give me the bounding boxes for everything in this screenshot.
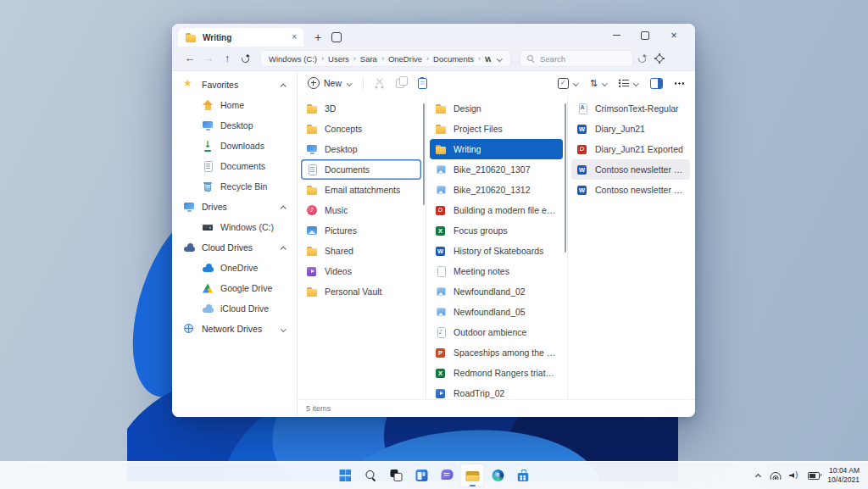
sidebar-item-documents[interactable]: Documents <box>172 156 297 176</box>
cut-icon[interactable] <box>374 78 385 89</box>
sidebar-item-onedrive[interactable]: OneDrive <box>172 258 297 278</box>
scrollbar[interactable] <box>565 103 567 253</box>
up-button[interactable]: ↑ <box>218 53 236 64</box>
battery-icon[interactable] <box>808 472 820 480</box>
file-item-meeting-notes[interactable]: Meeting notes <box>430 261 563 281</box>
new-tab-button[interactable]: + <box>309 28 327 47</box>
taskbar-search-button[interactable] <box>359 464 382 486</box>
file-item-label: Newfoundland_02 <box>453 286 526 297</box>
file-item-3d[interactable]: 3D <box>301 98 421 119</box>
sidebar-group-favorites[interactable]: Favorites <box>172 75 297 95</box>
file-item-pictures[interactable]: Pictures <box>301 220 421 241</box>
file-item-shared[interactable]: Shared <box>301 241 421 261</box>
word-icon <box>576 164 588 175</box>
search-input[interactable]: Search <box>520 50 633 67</box>
chevron-down-icon[interactable] <box>496 55 503 62</box>
sidebar-item-recycle-bin[interactable]: Recycle Bin <box>172 176 297 197</box>
file-item-desktop[interactable]: Desktop <box>301 139 421 159</box>
back-button[interactable]: ← <box>181 53 199 64</box>
file-item-music[interactable]: Music <box>301 200 421 220</box>
file-item-label: Pictures <box>325 225 357 236</box>
file-item-label: Bike_210620_1307 <box>453 164 531 175</box>
breadcrumb-item-onedrive[interactable]: OneDrive <box>388 54 422 64</box>
file-item-roadtrip-02[interactable]: RoadTrip_02 <box>430 383 563 403</box>
select-button[interactable]: ✓ <box>558 78 579 89</box>
image-icon <box>435 185 447 196</box>
recycle-bin-icon <box>202 181 214 192</box>
sync-icon[interactable] <box>637 54 647 64</box>
sidebar-item-google-drive[interactable]: Google Drive <box>172 278 297 298</box>
file-item-crimsontext-regular[interactable]: CrimsonText-Regular <box>571 98 690 119</box>
file-item-personal-vault[interactable]: Personal Vault <box>301 281 421 302</box>
file-item-writing[interactable]: Writing <box>430 139 563 159</box>
scrollbar[interactable] <box>423 103 426 205</box>
folder-icon <box>435 124 447 135</box>
close-button[interactable]: × <box>668 30 680 42</box>
taskbar-file-explorer-button[interactable] <box>461 464 484 486</box>
file-item-contoso-newsletter-old[interactable]: Contoso newsletter old <box>571 180 690 200</box>
breadcrumb-item-users[interactable]: Users <box>328 54 349 64</box>
taskbar-widgets-button[interactable] <box>410 464 433 486</box>
breadcrumb-item-documents[interactable]: Documents <box>433 54 474 64</box>
taskbar-task-view-button[interactable] <box>385 464 408 486</box>
minimize-button[interactable] <box>610 30 622 42</box>
sidebar-item-home[interactable]: Home <box>172 95 297 115</box>
file-item-building-a-modern-file-explor[interactable]: Building a modern file explor... <box>430 200 563 220</box>
file-item-newfoundland-02[interactable]: Newfoundland_02 <box>430 281 563 302</box>
sidebar-group-cloud-drives[interactable]: Cloud Drives <box>172 237 297 258</box>
sidebar-item-windows-c[interactable]: Windows (C:) <box>172 217 297 237</box>
sort-button[interactable]: ⇅ <box>590 79 608 88</box>
more-icon[interactable] <box>674 78 685 89</box>
gear-icon[interactable] <box>654 53 665 64</box>
tab-list-button[interactable] <box>327 28 346 47</box>
taskbar-edge-button[interactable] <box>487 464 509 486</box>
wifi-icon[interactable] <box>770 471 782 480</box>
file-item-bike-210620-1307[interactable]: Bike_210620_1307 <box>430 159 563 180</box>
breadcrumb-item-sara[interactable]: Sara <box>360 54 377 64</box>
file-item-documents[interactable]: Documents <box>301 159 421 180</box>
breadcrumb-item-windows-c[interactable]: Windows (C:) <box>269 54 317 64</box>
taskbar-store-button[interactable] <box>512 464 535 486</box>
sidebar-item-desktop[interactable]: Desktop <box>172 115 297 136</box>
file-item-project-files[interactable]: Project Files <box>430 119 563 139</box>
new-button[interactable]: New <box>308 77 353 89</box>
chevron-up-icon <box>280 203 287 210</box>
volume-icon[interactable] <box>789 471 800 481</box>
breadcrumb[interactable]: Windows (C:)›Users›Sara›OneDrive›Documen… <box>260 50 511 67</box>
file-item-videos[interactable]: Videos <box>301 261 421 281</box>
chat-icon <box>441 470 453 481</box>
breadcrumb-item-writing[interactable]: Writing <box>485 54 491 64</box>
refresh-icon[interactable] <box>241 54 250 64</box>
paste-icon[interactable] <box>418 78 427 89</box>
tab-close-icon[interactable]: × <box>292 33 297 42</box>
file-item-concepts[interactable]: Concepts <box>301 119 421 139</box>
taskbar-chat-button[interactable] <box>436 464 459 486</box>
widgets-icon <box>415 470 427 481</box>
file-item-diary-jun21[interactable]: Diary_Jun21 <box>571 119 690 139</box>
maximize-button[interactable] <box>639 30 651 42</box>
view-button[interactable] <box>619 79 639 87</box>
file-item-diary-jun21-exported[interactable]: Diary_Jun21 Exported <box>571 139 690 159</box>
copy-icon[interactable] <box>396 79 404 88</box>
sidebar-item-downloads[interactable]: Downloads <box>172 136 297 156</box>
sidebar-group-network-drives[interactable]: Network Drives <box>172 319 297 339</box>
file-item-bike-210620-1312[interactable]: Bike_210620_1312 <box>430 180 563 200</box>
file-item-history-of-skateboards[interactable]: History of Skateboards <box>430 241 563 261</box>
forward-button[interactable]: → <box>199 53 218 64</box>
file-item-outdoor-ambience[interactable]: Outdoor ambience <box>430 322 563 342</box>
file-item-redmond-rangers-triathalon[interactable]: Redmond Rangers triathalon <box>430 363 563 383</box>
preview-pane-icon[interactable] <box>650 78 663 89</box>
tab-writing[interactable]: Writing × <box>178 28 303 47</box>
sidebar-group-drives[interactable]: Drives <box>172 197 297 217</box>
file-item-email-attatchments[interactable]: Email attatchments <box>301 180 421 200</box>
file-item-spaceships-among-the-stars[interactable]: Spaceships among the stars <box>430 342 563 363</box>
file-item-design[interactable]: Design <box>430 98 563 119</box>
taskbar-start-button[interactable] <box>334 464 357 486</box>
clock[interactable]: 10:04 AM 10/4/2021 <box>827 466 860 485</box>
sidebar-item-icloud-drive[interactable]: iCloud Drive <box>172 298 297 319</box>
tray-overflow-chevron-icon[interactable] <box>754 472 762 480</box>
file-item-contoso-newsletter-summe[interactable]: Contoso newsletter summe... <box>571 159 690 180</box>
file-item-focus-groups[interactable]: Focus groups <box>430 220 563 241</box>
chevron-down-icon <box>280 325 287 332</box>
file-item-newfoundland-05[interactable]: Newfoundland_05 <box>430 302 563 322</box>
